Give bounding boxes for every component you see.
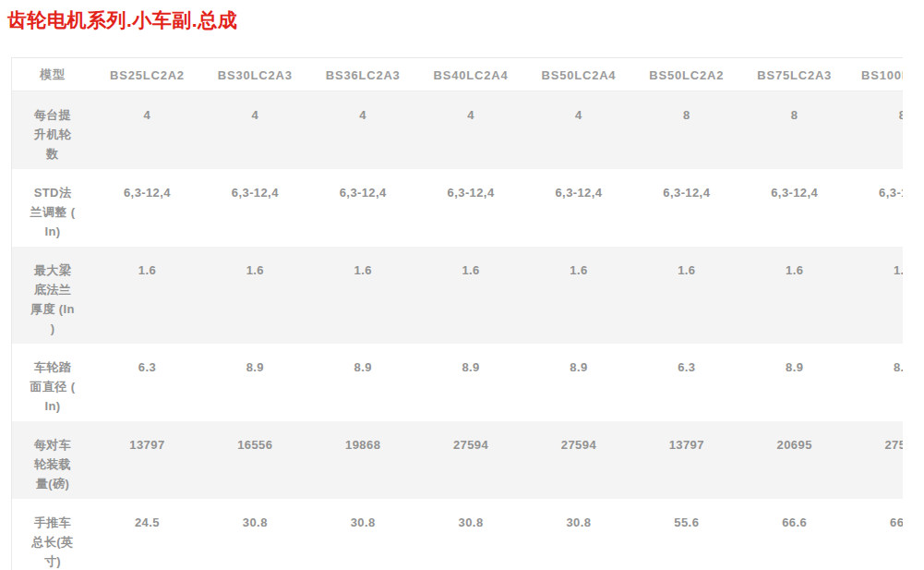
page-title: 齿轮电机系列.小车副.总成 [0, 0, 924, 31]
spec-value-cell: 6,3-12,4 [417, 169, 525, 247]
column-header: BS40LC2A4 [417, 58, 525, 91]
spec-value-cell: 19868 [309, 421, 417, 499]
spec-value-cell: 30.8 [417, 499, 525, 570]
row-label: STD法兰调整 (In) [30, 183, 76, 241]
table-row: 每台提升机轮数44444888 [12, 91, 904, 170]
spec-value-cell: 55.6 [632, 499, 740, 570]
row-label-cell: 每台提升机轮数 [12, 91, 94, 170]
spec-value-cell: 1.6 [417, 247, 525, 344]
spec-value-cell: 1.6 [93, 247, 201, 344]
spec-value-cell: 6.3 [632, 344, 740, 421]
spec-value-cell: 13797 [632, 421, 740, 499]
spec-value-cell: 27594 [848, 421, 903, 499]
column-header: BS50LC2A4 [525, 58, 633, 91]
spec-value-cell: 8.9 [525, 344, 633, 421]
spec-value-cell: 4 [309, 91, 417, 170]
table-row: 每对车轮装载量(磅)137971655619868275942759413797… [12, 421, 904, 499]
spec-value-cell: 13797 [93, 421, 201, 499]
spec-value-cell: 6.3 [93, 344, 201, 421]
spec-value-cell: 8.9 [740, 344, 848, 421]
spec-value-cell: 8 [632, 91, 740, 170]
table-row: 手推车总长(英寸)24.530.830.830.830.855.666.666.… [12, 499, 904, 570]
spec-value-cell: 16556 [201, 421, 309, 499]
spec-value-cell: 24.5 [93, 499, 201, 570]
spec-table-header: 模型BS25LC2A2BS30LC2A3BS36LC2A3BS40LC2A4BS… [12, 58, 904, 91]
column-header: BS50LC2A2 [632, 58, 740, 91]
table-row: 车轮踏面直径 (In)6.38.98.98.98.96.38.98.9 [12, 344, 904, 421]
row-label: 手推车总长(英寸) [30, 513, 76, 570]
column-header: BS25LC2A2 [93, 58, 201, 91]
spec-value-cell: 27594 [525, 421, 633, 499]
table-row: STD法兰调整 (In)6,3-12,46,3-12,46,3-12,46,3-… [12, 169, 904, 247]
spec-value-cell: 1.6 [632, 247, 740, 344]
row-label-cell: 车轮踏面直径 (In) [12, 344, 94, 421]
spec-value-cell: 27594 [417, 421, 525, 499]
spec-value-cell: 66.6 [848, 499, 903, 570]
row-label: 最大梁底法兰厚度 (In) [30, 261, 76, 338]
spec-value-cell: 4 [93, 91, 201, 170]
row-label: 车轮踏面直径 (In) [30, 358, 76, 416]
table-row: 最大梁底法兰厚度 (In)1.61.61.61.61.61.61.61.6 [12, 247, 904, 344]
row-label-cell: STD法兰调整 (In) [12, 169, 94, 247]
spec-table: 模型BS25LC2A2BS30LC2A3BS36LC2A3BS40LC2A4BS… [11, 57, 903, 570]
spec-value-cell: 1.6 [309, 247, 417, 344]
column-header: BS100LC2A4 [848, 58, 903, 91]
spec-value-cell: 1.6 [525, 247, 633, 344]
spec-value-cell: 8.9 [201, 344, 309, 421]
table-scroll-clip: 模型BS25LC2A2BS30LC2A3BS36LC2A3BS40LC2A4BS… [11, 57, 903, 570]
spec-value-cell: 20695 [740, 421, 848, 499]
spec-value-cell: 6,3-12,4 [632, 169, 740, 247]
row-label: 每对车轮装载量(磅) [30, 435, 76, 493]
spec-value-cell: 4 [525, 91, 633, 170]
spec-value-cell: 6,3-12,4 [848, 169, 903, 247]
spec-value-cell: 8.9 [848, 344, 903, 421]
spec-value-cell: 6,3-12,4 [525, 169, 633, 247]
spec-value-cell: 1.6 [740, 247, 848, 344]
header-row: 模型BS25LC2A2BS30LC2A3BS36LC2A3BS40LC2A4BS… [12, 58, 904, 91]
spec-value-cell: 4 [201, 91, 309, 170]
spec-value-cell: 1.6 [848, 247, 903, 344]
column-header: BS75LC2A3 [740, 58, 848, 91]
spec-value-cell: 66.6 [740, 499, 848, 570]
column-header: BS30LC2A3 [201, 58, 309, 91]
spec-value-cell: 1.6 [201, 247, 309, 344]
spec-value-cell: 4 [417, 91, 525, 170]
spec-table-body: 每台提升机轮数44444888STD法兰调整 (In)6,3-12,46,3-1… [12, 91, 904, 570]
spec-value-cell: 30.8 [309, 499, 417, 570]
row-label-cell: 每对车轮装载量(磅) [12, 421, 94, 499]
spec-value-cell: 30.8 [525, 499, 633, 570]
spec-value-cell: 8.9 [417, 344, 525, 421]
spec-value-cell: 30.8 [201, 499, 309, 570]
spec-value-cell: 6,3-12,4 [740, 169, 848, 247]
spec-value-cell: 6,3-12,4 [309, 169, 417, 247]
spec-value-cell: 6,3-12,4 [201, 169, 309, 247]
column-header-model: 模型 [12, 58, 94, 91]
spec-value-cell: 8.9 [309, 344, 417, 421]
row-label-cell: 手推车总长(英寸) [12, 499, 94, 570]
spec-value-cell: 8 [740, 91, 848, 170]
spec-value-cell: 8 [848, 91, 903, 170]
column-header: BS36LC2A3 [309, 58, 417, 91]
row-label-cell: 最大梁底法兰厚度 (In) [12, 247, 94, 344]
spec-value-cell: 6,3-12,4 [93, 169, 201, 247]
row-label: 每台提升机轮数 [30, 105, 76, 164]
